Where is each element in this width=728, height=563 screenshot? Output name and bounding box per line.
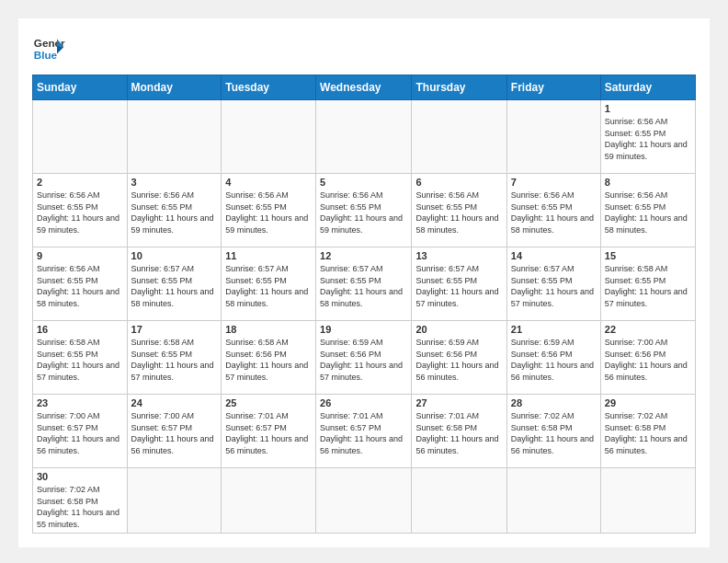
calendar-cell <box>600 468 695 534</box>
day-number: 10 <box>131 250 218 261</box>
calendar-cell: 23Sunrise: 7:00 AM Sunset: 6:57 PM Dayli… <box>33 395 128 468</box>
calendar-cell: 7Sunrise: 6:56 AM Sunset: 6:55 PM Daylig… <box>506 174 600 247</box>
calendar-cell: 20Sunrise: 6:59 AM Sunset: 6:56 PM Dayli… <box>412 321 506 395</box>
day-info: Sunrise: 6:57 AM Sunset: 6:55 PM Dayligh… <box>511 263 597 309</box>
day-info: Sunrise: 6:57 AM Sunset: 6:55 PM Dayligh… <box>415 263 502 309</box>
day-info: Sunrise: 6:56 AM Sunset: 6:55 PM Dayligh… <box>320 190 407 236</box>
weekday-header-sunday: Sunday <box>33 75 128 100</box>
day-number: 19 <box>320 324 407 335</box>
day-info: Sunrise: 7:01 AM Sunset: 6:58 PM Dayligh… <box>415 410 502 456</box>
day-number: 24 <box>131 397 218 408</box>
day-info: Sunrise: 6:56 AM Sunset: 6:55 PM Dayligh… <box>415 190 502 236</box>
day-number: 8 <box>605 177 691 188</box>
calendar-table: SundayMondayTuesdayWednesdayThursdayFrid… <box>32 75 696 534</box>
day-info: Sunrise: 6:57 AM Sunset: 6:55 PM Dayligh… <box>131 263 218 309</box>
day-info: Sunrise: 6:56 AM Sunset: 6:55 PM Dayligh… <box>605 190 691 236</box>
day-number: 4 <box>225 177 312 188</box>
week-row-2: 2Sunrise: 6:56 AM Sunset: 6:55 PM Daylig… <box>33 174 696 247</box>
calendar-cell: 3Sunrise: 6:56 AM Sunset: 6:55 PM Daylig… <box>127 174 222 247</box>
day-info: Sunrise: 7:02 AM Sunset: 6:58 PM Dayligh… <box>37 484 123 530</box>
day-number: 28 <box>511 397 597 408</box>
day-info: Sunrise: 6:56 AM Sunset: 6:55 PM Dayligh… <box>131 190 218 236</box>
day-info: Sunrise: 6:57 AM Sunset: 6:55 PM Dayligh… <box>320 263 407 309</box>
logo: General Blue <box>32 32 65 65</box>
day-number: 1 <box>605 103 691 114</box>
day-number: 20 <box>415 324 502 335</box>
day-info: Sunrise: 7:02 AM Sunset: 6:58 PM Dayligh… <box>605 410 691 456</box>
weekday-header-monday: Monday <box>127 75 222 100</box>
calendar-cell: 10Sunrise: 6:57 AM Sunset: 6:55 PM Dayli… <box>127 247 222 321</box>
day-number: 22 <box>605 324 691 335</box>
calendar-cell: 13Sunrise: 6:57 AM Sunset: 6:55 PM Dayli… <box>412 247 506 321</box>
week-row-5: 23Sunrise: 7:00 AM Sunset: 6:57 PM Dayli… <box>33 395 696 468</box>
day-number: 14 <box>511 250 597 261</box>
calendar-cell <box>506 468 600 534</box>
day-number: 5 <box>320 177 407 188</box>
day-number: 17 <box>131 324 218 335</box>
calendar-cell <box>316 100 412 174</box>
day-info: Sunrise: 6:58 AM Sunset: 6:55 PM Dayligh… <box>605 263 691 309</box>
calendar-cell: 17Sunrise: 6:58 AM Sunset: 6:55 PM Dayli… <box>127 321 222 395</box>
calendar-cell: 12Sunrise: 6:57 AM Sunset: 6:55 PM Dayli… <box>316 247 412 321</box>
calendar-cell: 5Sunrise: 6:56 AM Sunset: 6:55 PM Daylig… <box>316 174 412 247</box>
calendar-cell: 21Sunrise: 6:59 AM Sunset: 6:56 PM Dayli… <box>506 321 600 395</box>
calendar-cell: 27Sunrise: 7:01 AM Sunset: 6:58 PM Dayli… <box>412 395 506 468</box>
calendar-cell: 6Sunrise: 6:56 AM Sunset: 6:55 PM Daylig… <box>412 174 506 247</box>
day-info: Sunrise: 6:56 AM Sunset: 6:55 PM Dayligh… <box>605 116 691 162</box>
calendar-cell: 18Sunrise: 6:58 AM Sunset: 6:56 PM Dayli… <box>222 321 316 395</box>
logo-icon: General Blue <box>32 32 65 65</box>
day-number: 7 <box>511 177 597 188</box>
day-info: Sunrise: 7:01 AM Sunset: 6:57 PM Dayligh… <box>225 410 312 456</box>
weekday-header-wednesday: Wednesday <box>316 75 412 100</box>
day-info: Sunrise: 6:59 AM Sunset: 6:56 PM Dayligh… <box>415 337 502 383</box>
calendar-cell: 25Sunrise: 7:01 AM Sunset: 6:57 PM Dayli… <box>222 395 316 468</box>
day-number: 15 <box>605 250 691 261</box>
calendar-cell: 16Sunrise: 6:58 AM Sunset: 6:55 PM Dayli… <box>33 321 128 395</box>
calendar-cell <box>222 468 316 534</box>
svg-text:Blue: Blue <box>34 49 58 61</box>
day-number: 13 <box>415 250 502 261</box>
calendar-cell: 1Sunrise: 6:56 AM Sunset: 6:55 PM Daylig… <box>600 100 695 174</box>
calendar-cell: 24Sunrise: 7:00 AM Sunset: 6:57 PM Dayli… <box>127 395 222 468</box>
calendar-cell: 28Sunrise: 7:02 AM Sunset: 6:58 PM Dayli… <box>506 395 600 468</box>
day-number: 26 <box>320 397 407 408</box>
header: General Blue <box>32 32 696 65</box>
weekday-header-friday: Friday <box>506 75 600 100</box>
day-info: Sunrise: 7:02 AM Sunset: 6:58 PM Dayligh… <box>511 410 597 456</box>
weekday-header-thursday: Thursday <box>412 75 506 100</box>
calendar-cell <box>316 468 412 534</box>
calendar-cell <box>412 100 506 174</box>
calendar-cell <box>127 100 222 174</box>
week-row-6: 30Sunrise: 7:02 AM Sunset: 6:58 PM Dayli… <box>33 468 696 534</box>
day-info: Sunrise: 6:56 AM Sunset: 6:55 PM Dayligh… <box>37 190 123 236</box>
calendar-cell: 29Sunrise: 7:02 AM Sunset: 6:58 PM Dayli… <box>600 395 695 468</box>
day-number: 27 <box>415 397 502 408</box>
day-info: Sunrise: 6:59 AM Sunset: 6:56 PM Dayligh… <box>511 337 597 383</box>
day-info: Sunrise: 7:00 AM Sunset: 6:56 PM Dayligh… <box>605 337 691 383</box>
day-number: 21 <box>511 324 597 335</box>
day-number: 9 <box>37 250 123 261</box>
calendar-cell <box>506 100 600 174</box>
day-info: Sunrise: 6:58 AM Sunset: 6:55 PM Dayligh… <box>131 337 218 383</box>
day-info: Sunrise: 6:56 AM Sunset: 6:55 PM Dayligh… <box>225 190 312 236</box>
weekday-header-row: SundayMondayTuesdayWednesdayThursdayFrid… <box>33 75 696 100</box>
calendar-cell: 4Sunrise: 6:56 AM Sunset: 6:55 PM Daylig… <box>222 174 316 247</box>
day-number: 29 <box>605 397 691 408</box>
calendar-cell: 15Sunrise: 6:58 AM Sunset: 6:55 PM Dayli… <box>600 247 695 321</box>
day-number: 2 <box>37 177 123 188</box>
calendar-cell: 2Sunrise: 6:56 AM Sunset: 6:55 PM Daylig… <box>33 174 128 247</box>
calendar-cell: 8Sunrise: 6:56 AM Sunset: 6:55 PM Daylig… <box>600 174 695 247</box>
day-info: Sunrise: 6:56 AM Sunset: 6:55 PM Dayligh… <box>511 190 597 236</box>
week-row-3: 9Sunrise: 6:56 AM Sunset: 6:55 PM Daylig… <box>33 247 696 321</box>
day-number: 3 <box>131 177 218 188</box>
calendar-cell: 30Sunrise: 7:02 AM Sunset: 6:58 PM Dayli… <box>33 468 128 534</box>
calendar-cell <box>412 468 506 534</box>
calendar-cell <box>127 468 222 534</box>
week-row-1: 1Sunrise: 6:56 AM Sunset: 6:55 PM Daylig… <box>33 100 696 174</box>
calendar-cell: 19Sunrise: 6:59 AM Sunset: 6:56 PM Dayli… <box>316 321 412 395</box>
day-number: 23 <box>37 397 123 408</box>
day-number: 6 <box>415 177 502 188</box>
day-number: 16 <box>37 324 123 335</box>
calendar-cell: 26Sunrise: 7:01 AM Sunset: 6:57 PM Dayli… <box>316 395 412 468</box>
weekday-header-tuesday: Tuesday <box>222 75 316 100</box>
